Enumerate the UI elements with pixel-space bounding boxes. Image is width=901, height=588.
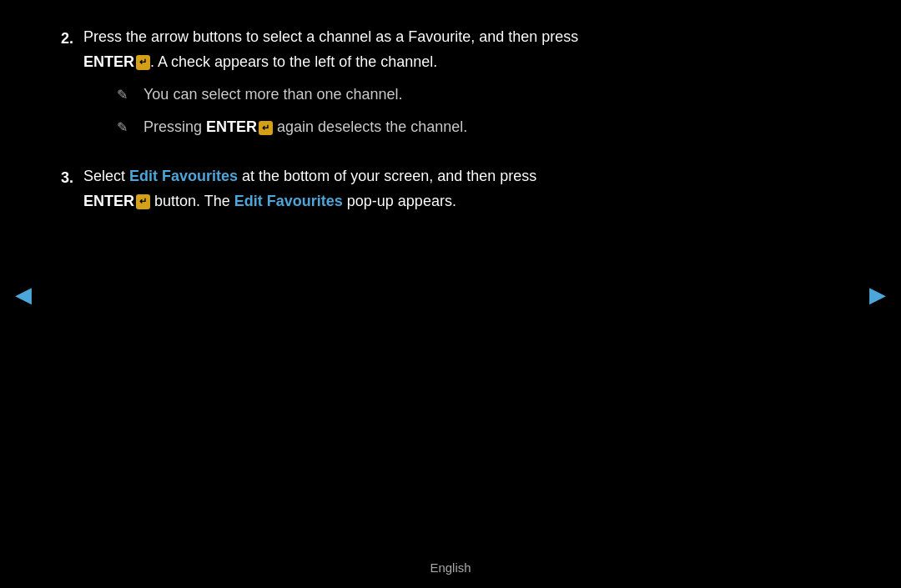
step-3-text-after: button. The bbox=[150, 193, 234, 209]
step-3-content: Select Edit Favourites at the bottom of … bbox=[83, 164, 851, 214]
note-2-text-after: again deselects the channel. bbox=[273, 118, 467, 135]
step-2-notes: ✎ You can select more than one channel. … bbox=[117, 83, 851, 139]
step-3-enter-label: ENTER bbox=[83, 193, 134, 209]
step-2: 2. Press the arrow buttons to select a c… bbox=[50, 25, 851, 148]
step-2-content: Press the arrow buttons to select a chan… bbox=[83, 25, 851, 148]
note-2-icon: ✎ bbox=[117, 117, 135, 138]
left-arrow-button[interactable]: ◀ bbox=[8, 274, 38, 314]
note-1-icon: ✎ bbox=[117, 84, 135, 106]
note-2-text-before: Pressing bbox=[143, 118, 206, 135]
step-3-enter-icon: ↵ bbox=[136, 194, 150, 209]
right-arrow-button[interactable]: ▶ bbox=[863, 274, 893, 314]
note-1: ✎ You can select more than one channel. bbox=[117, 83, 851, 107]
step-3-text-before: Select bbox=[83, 168, 129, 184]
step-3-text-end: pop-up appears. bbox=[343, 193, 456, 209]
main-content: 2. Press the arrow buttons to select a c… bbox=[50, 0, 851, 555]
note-2-enter-label: ENTER bbox=[206, 118, 257, 135]
step-2-text-after: . A check appears to the left of the cha… bbox=[150, 53, 437, 70]
step-3: 3. Select Edit Favourites at the bottom … bbox=[50, 164, 851, 214]
note-1-text: You can select more than one channel. bbox=[143, 83, 403, 107]
step-3-text-middle: at the bottom of your screen, and then p… bbox=[238, 168, 536, 184]
step-2-text-before: Press the arrow buttons to select a chan… bbox=[83, 28, 578, 45]
step-3-highlight1: Edit Favourites bbox=[129, 168, 238, 184]
note-2: ✎ Pressing ENTER↵ again deselects the ch… bbox=[117, 115, 851, 139]
footer-language: English bbox=[430, 560, 471, 575]
step-2-number: 2. bbox=[50, 25, 73, 148]
step-2-enter-icon: ↵ bbox=[136, 55, 150, 69]
step-3-highlight2: Edit Favourites bbox=[234, 193, 343, 209]
note-2-enter-icon: ↵ bbox=[259, 121, 273, 135]
note-2-text: Pressing ENTER↵ again deselects the chan… bbox=[143, 115, 467, 139]
step-2-enter-label: ENTER bbox=[83, 53, 134, 70]
step-3-number: 3. bbox=[50, 164, 73, 214]
